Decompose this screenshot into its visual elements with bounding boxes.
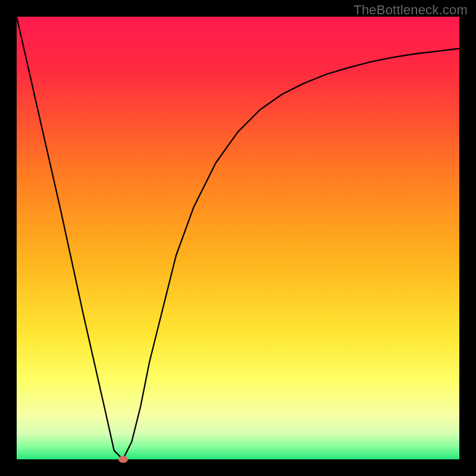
chart-frame: TheBottleneck.com [0, 0, 476, 476]
optimal-point-marker [118, 456, 128, 463]
watermark-text: TheBottleneck.com [353, 2, 468, 18]
plot-area [17, 17, 459, 459]
bottleneck-curve [17, 17, 459, 459]
